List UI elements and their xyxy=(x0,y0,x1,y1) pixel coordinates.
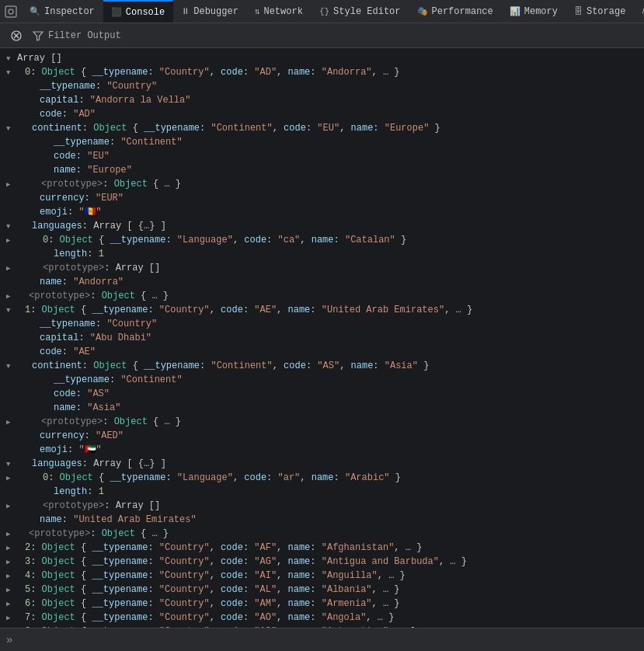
expand-arrow[interactable] xyxy=(6,527,14,541)
expand-arrow[interactable] xyxy=(6,233,14,247)
expand-arrow[interactable] xyxy=(6,611,14,625)
list-item: capital: "Abu Dhabi" xyxy=(0,331,644,345)
list-item: __typename: "Country" xyxy=(0,79,644,93)
expand-arrow[interactable] xyxy=(6,471,14,485)
list-item: name: "Europe" xyxy=(0,163,644,177)
console-icon: ⬛ xyxy=(111,7,122,17)
list-item: languages: Array [ {…} ] xyxy=(0,457,644,471)
list-item: <prototype>: Array [] xyxy=(0,499,644,513)
list-item: name: "Andorra" xyxy=(0,275,644,289)
tab-bar: 🔍 Inspector ⬛ Console ⏸ Debugger ⇅ Netwo… xyxy=(0,0,644,23)
list-item: <prototype>: Object { … } xyxy=(0,289,644,303)
tab-debugger[interactable]: ⏸ Debugger xyxy=(173,0,247,23)
performance-icon: 🎭 xyxy=(417,6,428,16)
list-item: code: "AS" xyxy=(0,387,644,401)
list-item: 1: Object { __typename: "Country", code:… xyxy=(0,303,644,317)
tab-console[interactable]: ⬛ Console xyxy=(103,0,173,23)
tab-network[interactable]: ⇅ Network xyxy=(247,0,312,23)
list-item: capital: "Andorra la Vella" xyxy=(0,93,644,107)
expand-arrow[interactable] xyxy=(6,359,14,373)
expand-arrow[interactable] xyxy=(6,303,14,317)
tab-accessibility[interactable]: ♿ Accessibility xyxy=(634,0,644,23)
expand-arrow[interactable] xyxy=(6,219,14,233)
list-item: 3: Object { __typename: "Country", code:… xyxy=(0,555,644,569)
list-item: 5: Object { __typename: "Country", code:… xyxy=(0,583,644,597)
list-item: 0: Object { __typename: "Language", code… xyxy=(0,471,644,485)
svg-rect-0 xyxy=(5,6,16,17)
inspector-icon: 🔍 xyxy=(30,6,40,16)
expand-arrow[interactable] xyxy=(6,597,14,611)
style-editor-icon: {} xyxy=(319,7,329,16)
expand-arrow[interactable] xyxy=(6,569,14,583)
list-item: __typename: "Continent" xyxy=(0,373,644,387)
list-item: 4: Object { __typename: "Country", code:… xyxy=(0,569,644,583)
expand-arrow[interactable] xyxy=(6,457,14,471)
expand-arrow[interactable] xyxy=(6,289,14,303)
list-item: 8: Object { __typename: "Country", code:… xyxy=(0,625,644,628)
list-item: Array [] xyxy=(0,51,644,65)
clear-button[interactable] xyxy=(6,27,26,44)
memory-icon: 📊 xyxy=(510,6,520,16)
list-item: __typename: "Country" xyxy=(0,317,644,331)
tab-inspector[interactable]: 🔍 Inspector xyxy=(22,0,103,23)
expand-arrow[interactable] xyxy=(6,499,14,513)
console-output[interactable]: Array [] 0: Object { __typename: "Countr… xyxy=(0,48,644,628)
expand-arrow[interactable] xyxy=(6,51,14,65)
expand-arrow[interactable] xyxy=(6,555,14,569)
expand-arrow[interactable] xyxy=(6,625,14,628)
toolbar: Filter Output xyxy=(0,23,644,48)
devtools-icon xyxy=(3,4,19,19)
list-item: emoji: "🇦🇪" xyxy=(0,443,644,457)
list-item: 2: Object { __typename: "Country", code:… xyxy=(0,541,644,555)
expand-arrow[interactable] xyxy=(6,415,14,429)
tab-performance[interactable]: 🎭 Performance xyxy=(409,0,502,23)
list-item: name: "Asia" xyxy=(0,401,644,415)
list-item: 6: Object { __typename: "Country", code:… xyxy=(0,597,644,611)
debugger-icon: ⏸ xyxy=(181,6,190,16)
filter-icon xyxy=(33,30,44,41)
list-item: emoji: "🇦🇩" xyxy=(0,205,644,219)
list-item: <prototype>: Object { … } xyxy=(0,177,644,191)
tab-storage[interactable]: 🗄 Storage xyxy=(566,0,634,23)
list-item: length: 1 xyxy=(0,485,644,499)
tab-style-editor[interactable]: {} Style Editor xyxy=(312,0,409,23)
expand-arrow[interactable] xyxy=(6,261,14,275)
expand-arrow[interactable] xyxy=(6,583,14,597)
expand-arrow[interactable] xyxy=(6,177,14,191)
list-item: <prototype>: Object { … } xyxy=(0,415,644,429)
expand-arrow[interactable] xyxy=(6,541,14,555)
svg-point-1 xyxy=(9,9,13,14)
list-item: name: "United Arab Emirates" xyxy=(0,513,644,527)
list-item: continent: Object { __typename: "Contine… xyxy=(0,121,644,135)
list-item: code: "AE" xyxy=(0,345,644,359)
list-item: <prototype>: Array [] xyxy=(0,261,644,275)
storage-icon: 🗄 xyxy=(574,6,583,16)
list-item: 7: Object { __typename: "Country", code:… xyxy=(0,611,644,625)
list-item: code: "AD" xyxy=(0,107,644,121)
tab-memory[interactable]: 📊 Memory xyxy=(502,0,566,23)
list-item: __typename: "Continent" xyxy=(0,135,644,149)
clear-icon xyxy=(11,30,22,41)
list-item: continent: Object { __typename: "Contine… xyxy=(0,359,644,373)
list-item: code: "EU" xyxy=(0,149,644,163)
expand-arrow[interactable] xyxy=(6,65,14,79)
network-icon: ⇅ xyxy=(255,6,260,16)
list-item: 0: Object { __typename: "Language", code… xyxy=(0,233,644,247)
list-item: currency: "AED" xyxy=(0,429,644,443)
list-item: languages: Array [ {…} ] xyxy=(0,219,644,233)
list-item: currency: "EUR" xyxy=(0,191,644,205)
list-item: 0: Object { __typename: "Country", code:… xyxy=(0,65,644,79)
expand-arrow[interactable] xyxy=(6,121,14,135)
list-item: length: 1 xyxy=(0,247,644,261)
bottom-bar: » xyxy=(0,628,644,651)
chevron-icon[interactable]: » xyxy=(6,634,12,646)
filter-label: Filter Output xyxy=(33,30,121,41)
list-item: <prototype>: Object { … } xyxy=(0,527,644,541)
